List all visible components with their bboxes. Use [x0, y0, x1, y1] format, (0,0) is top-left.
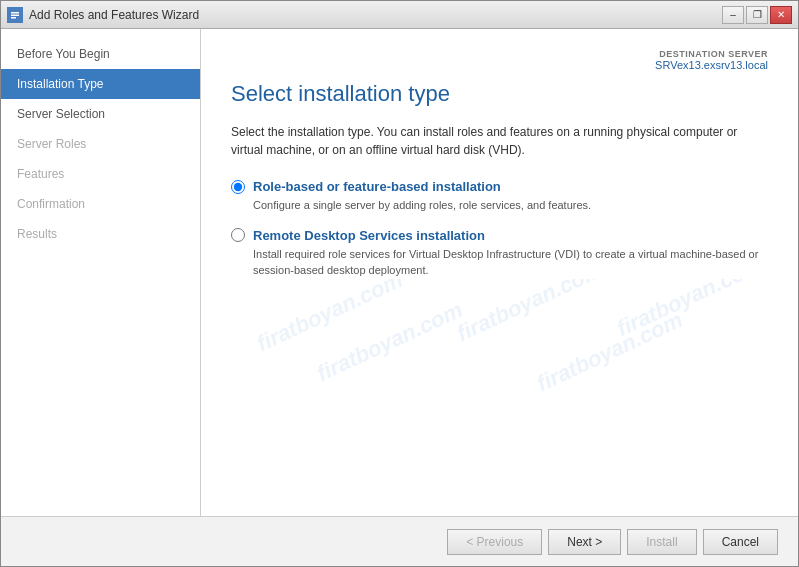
sidebar-item-results: Results — [1, 219, 200, 249]
option-remote-desktop-label[interactable]: Remote Desktop Services installation — [231, 228, 768, 243]
previous-button[interactable]: < Previous — [447, 529, 542, 555]
option-remote-desktop: Remote Desktop Services installation Ins… — [231, 228, 768, 279]
install-button[interactable]: Install — [627, 529, 696, 555]
close-button[interactable]: ✕ — [770, 6, 792, 24]
option-role-based-label[interactable]: Role-based or feature-based installation — [231, 179, 768, 194]
radio-role-based[interactable] — [231, 180, 245, 194]
wizard-icon — [7, 7, 23, 23]
option-remote-desktop-title: Remote Desktop Services installation — [253, 228, 485, 243]
page-title: Select installation type — [231, 81, 768, 107]
wizard-window: Add Roles and Features Wizard – ❐ ✕ Befo… — [0, 0, 799, 567]
title-bar: Add Roles and Features Wizard – ❐ ✕ — [1, 1, 798, 29]
option-remote-desktop-desc: Install required role services for Virtu… — [253, 246, 768, 279]
page-description: Select the installation type. You can in… — [231, 123, 768, 159]
watermark-area: firatboyan.com firatboyan.com firatboyan… — [231, 279, 768, 497]
svg-rect-3 — [11, 17, 16, 19]
minimize-button[interactable]: – — [722, 6, 744, 24]
svg-rect-1 — [11, 12, 19, 14]
right-panel: DESTINATION SERVER SRVex13.exsrv13.local… — [201, 29, 798, 516]
footer: < Previous Next > Install Cancel — [1, 516, 798, 566]
sidebar-item-server-roles: Server Roles — [1, 129, 200, 159]
sidebar-item-installation-type[interactable]: Installation Type — [1, 69, 200, 99]
sidebar-item-server-selection[interactable]: Server Selection — [1, 99, 200, 129]
next-button[interactable]: Next > — [548, 529, 621, 555]
cancel-button[interactable]: Cancel — [703, 529, 778, 555]
title-bar-left: Add Roles and Features Wizard — [7, 7, 199, 23]
restore-button[interactable]: ❐ — [746, 6, 768, 24]
sidebar-item-confirmation: Confirmation — [1, 189, 200, 219]
sidebar-item-before-you-begin[interactable]: Before You Begin — [1, 39, 200, 69]
watermark-5: firatboyan.com — [533, 306, 687, 396]
destination-server-info: DESTINATION SERVER SRVex13.exsrv13.local — [231, 49, 768, 71]
installation-options: Role-based or feature-based installation… — [231, 179, 768, 279]
watermark-1: firatboyan.com — [253, 279, 407, 357]
watermark-2: firatboyan.com — [453, 279, 607, 347]
option-role-based-title: Role-based or feature-based installation — [253, 179, 501, 194]
main-content: Before You Begin Installation Type Serve… — [1, 29, 798, 516]
server-name: SRVex13.exsrv13.local — [231, 59, 768, 71]
title-bar-buttons: – ❐ ✕ — [722, 6, 792, 24]
watermark-3: firatboyan.com — [313, 296, 467, 386]
destination-server-label: DESTINATION SERVER — [231, 49, 768, 59]
radio-remote-desktop[interactable] — [231, 228, 245, 242]
svg-rect-2 — [11, 14, 19, 16]
option-role-based: Role-based or feature-based installation… — [231, 179, 768, 214]
sidebar-item-features: Features — [1, 159, 200, 189]
option-role-based-desc: Configure a single server by adding role… — [253, 197, 768, 214]
window-title: Add Roles and Features Wizard — [29, 8, 199, 22]
sidebar: Before You Begin Installation Type Serve… — [1, 29, 201, 516]
watermark-4: firatboyan.com — [613, 279, 767, 342]
